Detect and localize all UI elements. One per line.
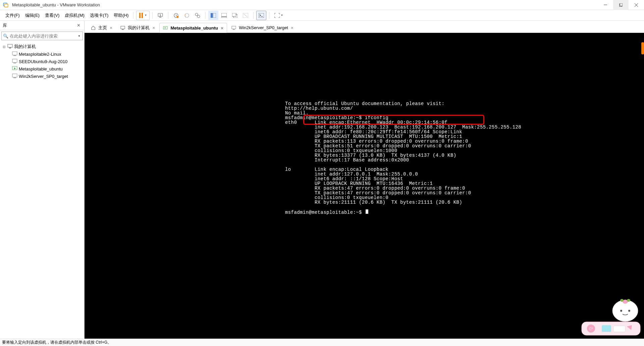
view-single-button[interactable] [208,11,218,20]
tab-mycomputer[interactable]: 我的计算机 × [117,22,159,33]
tree-vm-item[interactable]: Win2kServer_SP0_target [11,72,84,80]
vm-icon [12,73,17,79]
menu-edit[interactable]: 编辑(E) [23,11,42,20]
tab-win2k[interactable]: Win2kServer_SP0_target × [228,22,297,33]
toolbar-divider [168,12,168,19]
snapshot-revert-button[interactable] [182,11,192,20]
tab-label: 主页 [98,25,107,31]
library-sidebar: 库 ✕ 🔍 ▼ ⊟ 我的计算机 Metasploitable2-Linux S [0,21,85,339]
collapse-icon[interactable]: ⊟ [2,45,6,49]
menu-tabs[interactable]: 选项卡(T) [88,11,111,20]
vm-icon [231,26,236,30]
computer-icon [7,44,13,50]
vm-icon [12,59,17,64]
terminal-cursor [366,209,368,214]
svg-rect-23 [259,13,264,18]
svg-point-12 [177,16,179,18]
sidebar-close-button[interactable]: ✕ [75,23,82,28]
svg-rect-16 [211,13,213,18]
view-unity-button[interactable] [230,11,240,20]
tree-vm-item[interactable]: SEEDUbuntu9-Aug-2010 [11,58,84,65]
toolbar-divider [205,12,206,19]
sidebar-title: 库 [3,22,75,29]
svg-rect-38 [233,29,235,30]
search-icon: 🔍 [3,34,8,39]
search-input[interactable] [10,34,77,39]
tab-close-button[interactable]: × [291,25,293,31]
svg-rect-27 [12,52,17,55]
toolbar-divider [152,12,153,19]
chevron-down-icon: ▼ [280,14,283,17]
svg-rect-30 [13,63,16,63]
tab-home[interactable]: 主页 × [87,22,116,33]
svg-rect-1 [4,4,8,7]
svg-rect-4 [620,3,623,6]
snapshot-take-button[interactable] [171,11,181,20]
content-area: 主页 × 我的计算机 × Metasploitable_ubuntu × Win… [85,21,644,339]
view-fullscreen-off-button[interactable] [240,11,251,20]
window-controls [598,0,644,10]
send-ctrl-alt-del-button[interactable] [155,11,165,20]
statusbar: 要将输入定向到该虚拟机，请在虚拟机内部单击或按 Ctrl+G。 [0,339,644,346]
vm-icon [12,51,17,57]
svg-point-15 [198,15,200,18]
menu-vm[interactable]: 虚拟机(M) [63,11,87,20]
snapshot-manage-button[interactable] [193,11,203,20]
svg-rect-37 [232,26,236,29]
tab-label: Metasploitable_ubuntu [170,26,218,31]
menu-help[interactable]: 帮助(H) [112,11,130,20]
toolbar-divider [253,12,254,19]
tab-close-button[interactable]: × [221,26,223,31]
maximize-button[interactable] [613,0,629,10]
tree-vm-item-active[interactable]: Metasploitable_ubuntu [11,65,84,72]
view-thumbnail-button[interactable] [219,11,229,20]
library-search[interactable]: 🔍 ▼ [1,32,83,40]
tab-metasploitable-active[interactable]: Metasploitable_ubuntu × [159,23,227,33]
home-icon [91,26,96,30]
window-title: Metasploitable_ubuntu - VMware Workstati… [12,2,598,7]
vm-running-icon [12,66,17,72]
svg-rect-25 [8,44,12,47]
svg-rect-33 [13,78,16,78]
svg-rect-29 [12,59,17,62]
tabstrip: 主页 × 我的计算机 × Metasploitable_ubuntu × Win… [85,21,644,33]
fullscreen-button[interactable]: ▼ [272,11,285,20]
tab-label: Win2kServer_SP0_target [239,25,288,30]
tab-label: 我的计算机 [128,25,150,31]
titlebar: Metasploitable_ubuntu - VMware Workstati… [0,0,644,10]
sidebar-header: 库 ✕ [0,21,84,30]
console-button[interactable] [256,11,266,20]
chevron-down-icon: ▼ [144,14,147,17]
menu-file[interactable]: 文件(F) [3,11,22,20]
menu-view[interactable]: 查看(V) [43,11,61,20]
vm-label: Metasploitable2-Linux [19,52,61,57]
svg-rect-19 [221,17,227,18]
statusbar-hint: 要将输入定向到该虚拟机，请在虚拟机内部单击或按 Ctrl+G。 [2,340,111,345]
tree-vm-item[interactable]: Metasploitable2-Linux [11,50,84,58]
search-dropdown-arrow[interactable]: ▼ [77,35,81,38]
svg-line-22 [244,14,247,17]
scroll-indicator [641,42,644,54]
svg-rect-32 [12,74,17,77]
vm-running-icon [163,26,168,31]
tab-close-button[interactable]: × [152,25,155,31]
tree-root-mycomputer[interactable]: ⊟ 我的计算机 [1,43,84,50]
pause-button[interactable]: ▼ [136,11,150,20]
tab-close-button[interactable]: × [110,25,112,31]
svg-rect-35 [122,29,124,30]
svg-rect-28 [13,55,16,56]
svg-rect-8 [142,13,143,18]
svg-rect-20 [232,13,236,16]
vm-label: Metasploitable_ubuntu [19,66,63,71]
terminal-output: To access official Ubuntu documentation,… [285,97,521,224]
vm-tree: ⊟ 我的计算机 Metasploitable2-Linux SEEDUbuntu… [0,42,84,339]
minimize-button[interactable] [598,0,613,10]
computer-icon [120,26,125,30]
close-button[interactable] [629,0,644,10]
toolbar-divider [133,12,133,19]
vm-console[interactable]: To access official Ubuntu documentation,… [85,33,644,339]
svg-rect-26 [9,48,11,48]
svg-point-13 [185,13,189,17]
svg-rect-34 [121,26,125,29]
menubar: 文件(F) 编辑(E) 查看(V) 虚拟机(M) 选项卡(T) 帮助(H) ▼ … [0,10,644,21]
